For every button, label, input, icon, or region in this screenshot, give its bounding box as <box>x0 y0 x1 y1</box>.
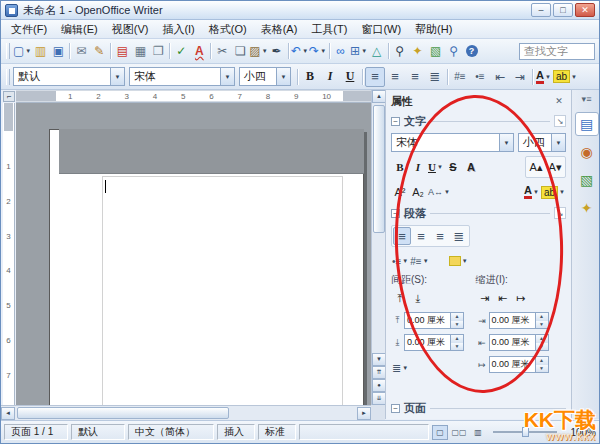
menu-item-table[interactable]: 表格(A) <box>254 20 305 39</box>
para-align-right-button[interactable]: ≡ <box>431 227 449 245</box>
cut-icon[interactable]: ✂ <box>213 42 231 60</box>
new-document-icon[interactable]: ▢▼ <box>13 42 31 60</box>
sidebar-font-name-combobox[interactable]: 宋体 ▼ <box>391 133 514 152</box>
shadow-button[interactable]: A <box>462 158 480 176</box>
format-paintbrush-icon[interactable]: ✒ <box>268 42 286 60</box>
copy-icon[interactable]: ❏ <box>231 42 249 60</box>
draw-functions-icon[interactable]: △ <box>368 42 386 60</box>
document-page[interactable] <box>49 129 364 405</box>
subscript-button[interactable]: A₂ <box>409 183 427 201</box>
decrease-indent-button[interactable]: ⇤ <box>490 67 510 87</box>
hanging-indent-button[interactable]: ↦ <box>512 289 530 307</box>
align-center-button[interactable]: ≡ <box>385 67 405 87</box>
paste-icon[interactable]: ▨▼ <box>249 42 267 60</box>
status-page-number[interactable]: 页面 1 / 1 <box>4 424 68 440</box>
vertical-ruler[interactable]: 1234567 <box>3 103 15 405</box>
sidebar-numbering-button[interactable]: #≡▼ <box>409 251 429 271</box>
numbering-button[interactable]: #≡ <box>450 67 470 87</box>
chevron-down-icon[interactable]: ▼ <box>220 68 234 85</box>
single-page-view-button[interactable]: ▢ <box>432 425 448 440</box>
increase-spacing-button[interactable]: ⤒ <box>391 289 409 307</box>
close-button[interactable]: ✕ <box>575 3 595 17</box>
above-paragraph-spacing-input[interactable]: 0.00 厘米 <box>404 312 451 329</box>
dropdown-arrow-icon[interactable]: ▼ <box>262 48 268 54</box>
chevron-down-icon[interactable]: ▼ <box>437 164 443 170</box>
increase-indent-button[interactable]: ⇥ <box>510 67 530 87</box>
italic-button[interactable]: I <box>320 67 340 87</box>
navigator-icon[interactable]: ✦ <box>409 42 427 60</box>
above-paragraph-spacing-up-arrow[interactable]: ▲ <box>451 313 463 321</box>
chevron-down-icon[interactable]: ▼ <box>551 134 565 151</box>
sidebar-tab-gallery[interactable]: ▧ <box>575 168 599 192</box>
dropdown-arrow-icon[interactable]: ▼ <box>302 48 308 54</box>
status-language[interactable]: 中文（简体） <box>128 424 214 440</box>
status-page-style[interactable]: 默认 <box>71 424 125 440</box>
vertical-scroll-thumb[interactable] <box>373 105 385 233</box>
para-align-justify-button[interactable]: ≣ <box>450 227 468 245</box>
menu-item-insert[interactable]: 插入(I) <box>155 20 201 39</box>
chevron-down-icon[interactable]: ▼ <box>571 74 577 80</box>
undo-icon[interactable]: ↶▼ <box>291 42 309 60</box>
insert-table-icon[interactable]: ⊞▼ <box>350 42 368 60</box>
menu-item-view[interactable]: 视图(V) <box>105 20 156 39</box>
bold-button[interactable]: B <box>300 67 320 87</box>
para-align-center-button[interactable]: ≡ <box>412 227 430 245</box>
find-text-input[interactable]: 查找文字 <box>519 43 595 60</box>
minimize-button[interactable]: – <box>531 3 551 17</box>
previous-page-button[interactable]: ⇈ <box>372 366 386 379</box>
redo-icon[interactable]: ↷▼ <box>309 42 327 60</box>
maximize-button[interactable]: □ <box>553 3 573 17</box>
sidebar-font-size-combobox[interactable]: 小四 ▼ <box>518 133 566 152</box>
first-line-indent-up-arrow[interactable]: ▲ <box>536 357 548 365</box>
after-text-indent-input[interactable]: 0.00 厘米 <box>489 334 536 351</box>
horizontal-ruler[interactable]: 12345678910 <box>16 90 371 103</box>
sidebar-underline-button[interactable]: U▼ <box>427 157 444 177</box>
dropdown-arrow-icon[interactable]: ▼ <box>361 48 367 54</box>
document-workspace[interactable] <box>16 103 371 405</box>
text-section-header[interactable]: − 文字 ↘ <box>391 113 566 129</box>
dropdown-arrow-icon[interactable]: ▼ <box>320 48 326 54</box>
menu-item-edit[interactable]: 编辑(E) <box>54 20 105 39</box>
scroll-left-button[interactable]: ◄ <box>1 407 15 420</box>
sidebar-close-button[interactable]: ✕ <box>552 95 566 109</box>
help-icon[interactable]: ? <box>463 42 481 60</box>
print-file-icon[interactable]: ▦ <box>131 42 149 60</box>
menu-item-help[interactable]: 帮助(H) <box>408 20 459 39</box>
decrease-indent-button[interactable]: ⇤ <box>494 289 512 307</box>
open-document-icon[interactable]: ▥ <box>31 42 49 60</box>
before-text-indent-up-arrow[interactable]: ▲ <box>536 313 548 321</box>
superscript-button[interactable]: A² <box>391 183 409 201</box>
above-paragraph-spacing-down-arrow[interactable]: ▼ <box>451 321 463 329</box>
font-name-combobox[interactable]: 宋体 ▼ <box>129 67 235 86</box>
underline-button[interactable]: U <box>340 67 360 87</box>
chevron-down-icon[interactable]: ▼ <box>423 258 429 264</box>
next-page-button[interactable]: ⇊ <box>372 392 386 405</box>
status-selection-mode[interactable]: 标准 <box>258 424 296 440</box>
save-document-icon[interactable]: ▣ <box>49 42 67 60</box>
menu-item-tools[interactable]: 工具(T) <box>304 20 354 39</box>
collapse-icon[interactable]: − <box>391 117 400 126</box>
menu-item-format[interactable]: 格式(O) <box>202 20 254 39</box>
para-align-left-button[interactable]: ≡ <box>393 227 411 245</box>
export-pdf-icon[interactable]: ▤ <box>113 42 131 60</box>
edit-file-icon[interactable]: ✎ <box>90 42 108 60</box>
multi-page-view-button[interactable]: ▢▢ <box>451 425 467 440</box>
find-replace-icon[interactable]: ⚲ <box>391 42 409 60</box>
auto-spellcheck-icon[interactable]: A <box>190 42 208 60</box>
before-text-indent-input[interactable]: 0.00 厘米 <box>489 312 536 329</box>
after-text-indent-up-arrow[interactable]: ▲ <box>536 335 548 343</box>
sidebar-font-color-button[interactable]: A▼ <box>523 182 540 202</box>
sidebar-tab-properties[interactable]: ▤ <box>575 112 599 136</box>
tab-stop-selector[interactable]: ⌐ <box>3 91 15 102</box>
bullets-button[interactable]: •≡ <box>470 67 490 87</box>
paragraph-style-combobox[interactable]: 默认 ▼ <box>13 67 125 86</box>
font-color-button[interactable]: A▼ <box>535 67 552 87</box>
decrease-spacing-button[interactable]: ⤓ <box>409 289 427 307</box>
chevron-down-icon[interactable]: ▼ <box>444 189 450 195</box>
character-dialog-launcher-icon[interactable]: ↘ <box>554 115 566 127</box>
zoom-icon[interactable]: ⚲ <box>445 42 463 60</box>
decrease-font-button[interactable]: A▾ <box>546 158 564 176</box>
hyperlink-icon[interactable]: ∞ <box>332 42 350 60</box>
font-size-combobox[interactable]: 小四 ▼ <box>239 67 291 86</box>
collapse-icon[interactable]: − <box>391 209 400 218</box>
